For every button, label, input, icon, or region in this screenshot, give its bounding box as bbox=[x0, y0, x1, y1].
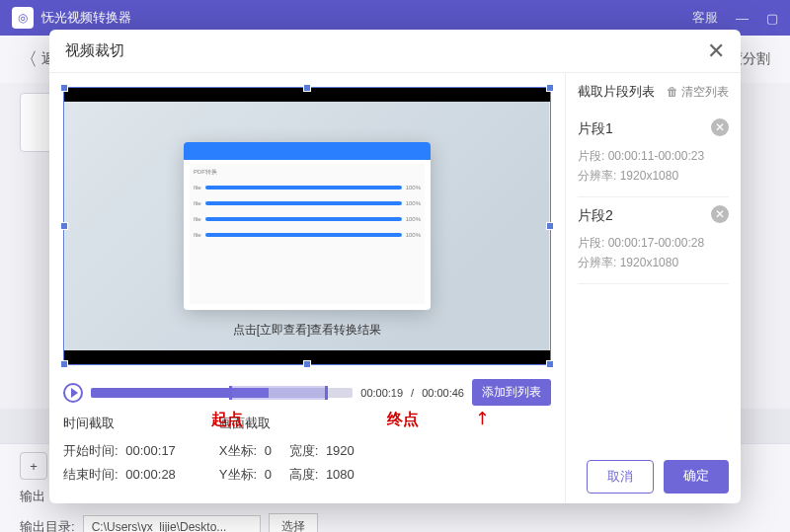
cancel-button[interactable]: 取消 bbox=[587, 460, 654, 494]
outdir-path: C:\Users\yx_lijie\Deskto... bbox=[83, 515, 261, 533]
crop-handle[interactable] bbox=[303, 84, 311, 92]
clip-name: 片段1 bbox=[578, 120, 729, 138]
width-label: 宽度: bbox=[289, 443, 319, 458]
crop-handle[interactable] bbox=[546, 84, 554, 92]
delete-clip-icon[interactable]: ✕ bbox=[711, 118, 729, 136]
outdir-label: 输出目录: bbox=[20, 518, 75, 533]
y-value[interactable]: 0 bbox=[265, 467, 272, 482]
annot-end: 终点 bbox=[387, 410, 419, 430]
time-current: 00:00:19 bbox=[360, 387, 403, 399]
crop-handle[interactable] bbox=[546, 222, 554, 230]
clip-res: 1920x1080 bbox=[620, 169, 678, 183]
clip-list-header: 截取片段列表 bbox=[578, 83, 655, 101]
crop-handle[interactable] bbox=[546, 360, 554, 368]
delete-clip-icon[interactable]: ✕ bbox=[711, 205, 729, 223]
play-button[interactable] bbox=[63, 383, 83, 403]
annotation-overlay: 起点 终点 ↗ bbox=[63, 406, 551, 409]
preview-tip: 点击[立即查看]查看转换结果 bbox=[64, 322, 550, 339]
preview-crop-frame[interactable]: PDF转换 file100% file100% file100% file100… bbox=[63, 87, 551, 365]
modal-title: 视频裁切 bbox=[65, 41, 124, 60]
timeline-segment[interactable] bbox=[229, 386, 328, 400]
end-time-label: 结束时间: bbox=[63, 467, 118, 482]
browse-button[interactable]: 选择 bbox=[269, 513, 318, 532]
crop-modal: 视频裁切 ✕ PDF转换 file100% file100% file100% bbox=[49, 30, 741, 503]
crop-handle[interactable] bbox=[60, 360, 68, 368]
clear-list-button[interactable]: 🗑 清空列表 bbox=[667, 84, 729, 101]
clip-range: 00:00:17-00:00:28 bbox=[608, 236, 704, 250]
app-logo-icon: ◎ bbox=[12, 7, 34, 29]
app-title: 怃光视频转换器 bbox=[41, 9, 131, 27]
height-value[interactable]: 1080 bbox=[326, 467, 355, 482]
y-label: Y坐标: bbox=[219, 467, 257, 482]
minimize-icon[interactable]: — bbox=[736, 11, 749, 26]
output-label: 输出 bbox=[20, 488, 45, 505]
start-time-label: 开始时间: bbox=[63, 443, 118, 458]
time-crop-header: 时间截取 bbox=[63, 415, 190, 432]
x-value[interactable]: 0 bbox=[265, 443, 272, 458]
clip-name: 片段2 bbox=[578, 207, 729, 225]
height-label: 高度: bbox=[289, 467, 319, 482]
ok-button[interactable]: 确定 bbox=[664, 460, 729, 494]
crop-handle[interactable] bbox=[60, 222, 68, 230]
close-icon[interactable]: ✕ bbox=[707, 38, 725, 64]
timeline-track[interactable] bbox=[91, 388, 353, 398]
crop-handle[interactable] bbox=[303, 360, 311, 368]
time-total: 00:00:46 bbox=[422, 387, 464, 399]
width-value[interactable]: 1920 bbox=[326, 443, 355, 458]
clip-range: 00:00:11-00:00:23 bbox=[608, 149, 704, 163]
customer-service-link[interactable]: 客服 bbox=[692, 9, 718, 27]
crop-handle[interactable] bbox=[60, 84, 68, 92]
preview-content: PDF转换 file100% file100% file100% file100… bbox=[184, 142, 431, 310]
maximize-icon[interactable]: ▢ bbox=[766, 11, 778, 26]
clip-item[interactable]: 片段2 片段: 00:00:17-00:00:28 分辨率: 1920x1080… bbox=[578, 197, 729, 284]
end-time-value[interactable]: 00:00:28 bbox=[125, 467, 176, 482]
clip-res: 1920x1080 bbox=[620, 256, 678, 269]
clip-item[interactable]: 片段1 片段: 00:00:11-00:00:23 分辨率: 1920x1080… bbox=[578, 111, 729, 197]
video-preview: PDF转换 file100% file100% file100% file100… bbox=[64, 88, 550, 364]
start-time-value[interactable]: 00:00:17 bbox=[125, 443, 176, 458]
add-file-button[interactable]: + bbox=[20, 452, 47, 480]
modal-header: 视频裁切 ✕ bbox=[49, 30, 741, 73]
back-icon[interactable]: 〈 bbox=[20, 47, 38, 71]
annot-start: 起点 bbox=[211, 410, 243, 430]
x-label: X坐标: bbox=[219, 443, 257, 458]
